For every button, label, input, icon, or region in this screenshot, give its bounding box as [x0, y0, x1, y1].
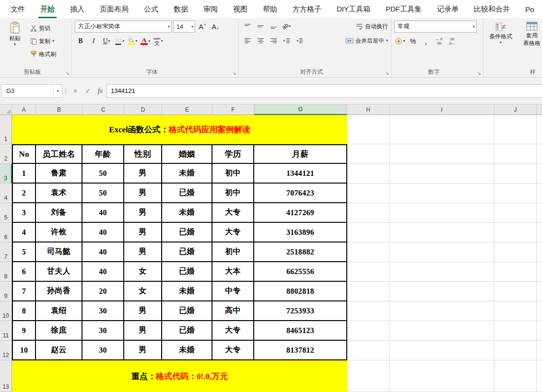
col-header-H[interactable]: H [347, 104, 389, 115]
cell-G7[interactable]: 2518882 [254, 242, 347, 262]
cell-D9[interactable]: 女 [124, 282, 162, 301]
align-top-button[interactable] [242, 21, 253, 32]
row-header-2[interactable]: 2 [0, 144, 12, 164]
cell-E8[interactable]: 已婚 [162, 262, 212, 282]
cell-J10[interactable] [495, 301, 537, 321]
cell-H1[interactable] [347, 115, 389, 144]
cell-E12[interactable]: 未婚 [162, 341, 212, 360]
note-banner[interactable]: 重点：格式代码：0!.0,万元 [12, 360, 347, 392]
cell-A12[interactable]: 10 [12, 341, 36, 360]
cell-C4[interactable]: 50 [82, 184, 124, 203]
cell-B7[interactable]: 司马懿 [36, 242, 82, 262]
cell-J6[interactable] [495, 223, 537, 242]
cell-A10[interactable]: 8 [12, 301, 36, 321]
insert-function-icon[interactable]: fx [94, 84, 106, 98]
tab-记录单[interactable]: 记录单 [429, 0, 466, 18]
row-header-1[interactable]: 1 [0, 115, 12, 144]
col-header-E[interactable]: E [162, 104, 212, 115]
tab-页面布局[interactable]: 页面布局 [92, 0, 136, 18]
conditional-formatting-button[interactable]: 条件格式 ▾ [486, 21, 515, 68]
cell-D10[interactable]: 男 [124, 301, 162, 321]
cell-A2[interactable]: No [12, 144, 36, 164]
cell-B12[interactable]: 赵云 [36, 341, 82, 360]
cell-H8[interactable] [347, 262, 389, 282]
cell-G4[interactable]: 7076423 [254, 184, 347, 203]
cell-I10[interactable] [389, 301, 495, 321]
tab-DIY工具箱[interactable]: DIY工具箱 [329, 0, 378, 18]
cell-I6[interactable] [389, 223, 495, 242]
format-painter-button[interactable]: 格式刷 [29, 49, 57, 59]
cell-I5[interactable] [389, 203, 495, 223]
col-header-A[interactable]: A [12, 104, 36, 115]
font-name-combo[interactable]: 方正小标宋简体 ▾ [75, 21, 172, 33]
copy-button[interactable]: 复制 ▾ [29, 36, 57, 46]
row-header-11[interactable]: 11 [0, 321, 12, 341]
cell-C7[interactable]: 40 [82, 242, 124, 262]
cell-E11[interactable]: 已婚 [162, 321, 212, 341]
cell-J7[interactable] [495, 242, 537, 262]
cell-B9[interactable]: 孙尚香 [36, 282, 82, 301]
cell-B3[interactable]: 鲁肃 [36, 164, 82, 184]
cell-D11[interactable]: 男 [124, 321, 162, 341]
col-header-C[interactable]: C [82, 104, 124, 115]
select-all-corner[interactable] [0, 104, 12, 115]
cell-A3[interactable]: 1 [12, 164, 36, 184]
align-right-button[interactable] [268, 35, 279, 46]
dialog-launcher-icon[interactable]: ↘ [385, 70, 389, 76]
orientation-button[interactable]: ab ▾ [281, 21, 292, 32]
cell-F5[interactable]: 大专 [212, 203, 254, 223]
cell-I2[interactable] [389, 144, 495, 164]
cell-C2[interactable]: 年龄 [82, 144, 124, 164]
cell-D12[interactable]: 男 [124, 341, 162, 360]
col-header-F[interactable]: F [212, 104, 254, 115]
cell-H5[interactable] [347, 203, 389, 223]
cell-E5[interactable]: 未婚 [162, 203, 212, 223]
title-banner[interactable]: Excel函数公式：格式代码应用案例解读 [12, 115, 347, 144]
cell-H3[interactable] [347, 164, 389, 184]
decrease-decimal-button[interactable]: .00.0→ [446, 35, 458, 47]
cell-A9[interactable]: 7 [12, 282, 36, 301]
cell-J4[interactable] [495, 184, 537, 203]
bold-button[interactable]: B [75, 35, 86, 47]
cell-I12[interactable] [389, 341, 495, 360]
dialog-launcher-icon[interactable]: ↘ [233, 70, 236, 76]
cell-A8[interactable]: 6 [12, 262, 36, 282]
cell-C3[interactable]: 50 [82, 164, 124, 184]
cell-G8[interactable]: 6625556 [254, 262, 347, 282]
cell-A6[interactable]: 4 [12, 223, 36, 242]
cell-H10[interactable] [347, 301, 389, 321]
cell-D8[interactable]: 女 [124, 262, 162, 282]
tab-插入[interactable]: 插入 [62, 0, 92, 18]
cell-D4[interactable]: 男 [124, 184, 162, 203]
decrease-font-size-button[interactable]: A˅ [210, 21, 221, 33]
cell-F9[interactable]: 中专 [212, 282, 254, 301]
cell-C10[interactable]: 30 [82, 301, 124, 321]
name-box[interactable]: G3 ▾ [1, 84, 62, 98]
cell-B10[interactable]: 袁绍 [36, 301, 82, 321]
cell-H2[interactable] [347, 144, 389, 164]
paste-button[interactable]: 粘贴 ▾ [3, 21, 27, 68]
increase-font-size-button[interactable]: A˄ [197, 21, 208, 33]
accounting-format-button[interactable]: ¥ ▾ [394, 35, 406, 47]
wrap-text-button[interactable]: 自动换行 [355, 21, 389, 32]
cell-H11[interactable] [347, 321, 389, 341]
cell-B6[interactable]: 许攸 [36, 223, 82, 242]
cell-G10[interactable]: 7253933 [254, 301, 347, 321]
tab-开始[interactable]: 开始 [33, 0, 62, 18]
tab-方方格子[interactable]: 方方格子 [285, 0, 329, 18]
cell-G5[interactable]: 4127269 [254, 203, 347, 223]
enter-icon[interactable]: ✓ [82, 84, 94, 98]
cell-H6[interactable] [347, 223, 389, 242]
row-header-10[interactable]: 10 [0, 301, 12, 321]
cell-E2[interactable]: 婚姻 [162, 144, 212, 164]
row-header-12[interactable]: 12 [0, 341, 12, 360]
align-middle-button[interactable] [255, 21, 266, 32]
cell-J8[interactable] [495, 262, 537, 282]
percent-style-button[interactable]: % [407, 35, 419, 47]
row-header-13[interactable]: 13 [0, 360, 12, 392]
cell-J11[interactable] [495, 321, 537, 341]
cell-A11[interactable]: 9 [12, 321, 36, 341]
cell-J3[interactable] [495, 164, 537, 184]
cell-H7[interactable] [347, 242, 389, 262]
cell-H13[interactable] [347, 360, 389, 392]
